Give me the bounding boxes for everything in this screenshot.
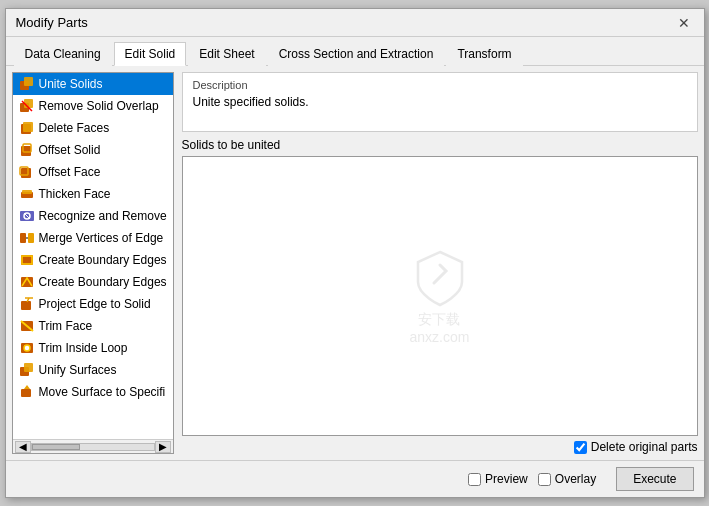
remove-icon <box>19 98 35 114</box>
watermark: 安下载 anxz.com <box>410 247 470 345</box>
description-section: Description Unite specified solids. <box>182 72 698 132</box>
list-item-label: Trim Face <box>39 319 93 333</box>
scroll-thumb[interactable] <box>32 444 81 450</box>
list-item[interactable]: Move Surface to Specifi <box>13 381 173 403</box>
boundary-edges-1-icon <box>19 252 35 268</box>
merge-vertices-icon <box>19 230 35 246</box>
project-edge-icon <box>19 296 35 312</box>
list-item-label: Remove Solid Overlap <box>39 99 159 113</box>
solids-box[interactable]: 安下载 anxz.com <box>182 156 698 436</box>
recognize-icon <box>19 208 35 224</box>
list-item[interactable]: Offset Face <box>13 161 173 183</box>
footer: Preview Overlay Execute <box>6 460 704 497</box>
solids-label: Solids to be united <box>182 138 698 152</box>
overlay-checkbox[interactable] <box>538 473 551 486</box>
list-item-label: Thicken Face <box>39 187 111 201</box>
solids-section: Solids to be united 安下载 anxz.com <box>182 138 698 454</box>
list-item[interactable]: Unify Surfaces <box>13 359 173 381</box>
list-item[interactable]: Recognize and Remove <box>13 205 173 227</box>
svg-rect-6 <box>23 122 33 132</box>
main-content: Unite Solids Remove Solid Overlap <box>6 66 704 460</box>
description-text: Unite specified solids. <box>193 95 687 109</box>
overlay-text: Overlay <box>555 472 596 486</box>
list-item-label: Unify Surfaces <box>39 363 117 377</box>
tab-transform[interactable]: Transform <box>446 42 522 66</box>
svg-rect-30 <box>24 363 33 372</box>
watermark-text: 安下载 anxz.com <box>410 311 470 345</box>
tab-edit-sheet[interactable]: Edit Sheet <box>188 42 265 66</box>
list-item[interactable]: Remove Solid Overlap <box>13 95 173 117</box>
delete-original-checkbox[interactable] <box>574 441 587 454</box>
list-item-label: Move Surface to Specifi <box>39 385 166 399</box>
list-item-label: Offset Face <box>39 165 101 179</box>
list-item-label: Create Boundary Edges <box>39 253 167 267</box>
delete-original-label[interactable]: Delete original parts <box>574 440 698 454</box>
list-item[interactable]: Unite Solids <box>13 73 173 95</box>
unify-surfaces-icon <box>19 362 35 378</box>
list-item-label: Merge Vertices of Edge <box>39 231 164 245</box>
svg-rect-17 <box>28 233 34 243</box>
delete-original-text: Delete original parts <box>591 440 698 454</box>
preview-label[interactable]: Preview <box>468 472 528 486</box>
list-item-label: Unite Solids <box>39 77 103 91</box>
footer-options: Preview Overlay <box>16 472 597 486</box>
dialog-title: Modify Parts <box>16 15 88 30</box>
move-surface-icon <box>19 384 35 400</box>
list-item[interactable]: Merge Vertices of Edge <box>13 227 173 249</box>
list-item[interactable]: Project Edge to Solid <box>13 293 173 315</box>
list-item-label: Project Edge to Solid <box>39 297 151 311</box>
overlay-label[interactable]: Overlay <box>538 472 596 486</box>
scroll-right-button[interactable]: ▶ <box>155 441 171 453</box>
list-item[interactable]: Trim Inside Loop <box>13 337 173 359</box>
list-scrollbar[interactable]: ◀ ▶ <box>13 439 173 453</box>
list-item[interactable]: Create Boundary Edges <box>13 271 173 293</box>
preview-checkbox[interactable] <box>468 473 481 486</box>
trim-face-icon <box>19 318 35 334</box>
list-item-label: Recognize and Remove <box>39 209 167 223</box>
description-label: Description <box>193 79 687 91</box>
unite-icon <box>19 76 35 92</box>
list-item-label: Offset Solid <box>39 143 101 157</box>
trim-inside-loop-icon <box>19 340 35 356</box>
offset-solid-icon <box>19 142 35 158</box>
svg-rect-22 <box>21 301 31 310</box>
svg-rect-1 <box>24 77 33 86</box>
operations-list: Unite Solids Remove Solid Overlap <box>12 72 174 454</box>
tab-bar: Data Cleaning Edit Solid Edit Sheet Cros… <box>6 37 704 66</box>
svg-rect-16 <box>20 233 26 243</box>
offset-face-icon <box>19 164 35 180</box>
preview-text: Preview <box>485 472 528 486</box>
delete-faces-icon <box>19 120 35 136</box>
execute-button[interactable]: Execute <box>616 467 693 491</box>
list-item-label: Create Boundary Edges <box>39 275 167 289</box>
tab-edit-solid[interactable]: Edit Solid <box>114 42 187 66</box>
list-item-label: Trim Inside Loop <box>39 341 128 355</box>
scroll-left-button[interactable]: ◀ <box>15 441 31 453</box>
svg-rect-32 <box>21 389 31 397</box>
svg-point-28 <box>24 345 30 351</box>
thicken-face-icon <box>19 186 35 202</box>
title-bar: Modify Parts ✕ <box>6 9 704 37</box>
scroll-track <box>31 443 155 451</box>
list-item[interactable]: Create Boundary Edges <box>13 249 173 271</box>
tab-data-cleaning[interactable]: Data Cleaning <box>14 42 112 66</box>
tab-cross-section[interactable]: Cross Section and Extraction <box>268 42 445 66</box>
boundary-edges-2-icon <box>19 274 35 290</box>
list-item[interactable]: Trim Face <box>13 315 173 337</box>
list-item-label: Delete Faces <box>39 121 110 135</box>
right-panel: Description Unite specified solids. Soli… <box>182 72 698 454</box>
list-item[interactable]: Thicken Face <box>13 183 173 205</box>
svg-rect-9 <box>21 168 31 178</box>
close-button[interactable]: ✕ <box>674 16 694 30</box>
modify-parts-dialog: Modify Parts ✕ Data Cleaning Edit Solid … <box>5 8 705 498</box>
list-item[interactable]: Delete Faces <box>13 117 173 139</box>
watermark-shield-icon <box>410 247 470 307</box>
delete-row: Delete original parts <box>182 440 698 454</box>
svg-rect-12 <box>22 190 32 194</box>
list-item[interactable]: Offset Solid <box>13 139 173 161</box>
